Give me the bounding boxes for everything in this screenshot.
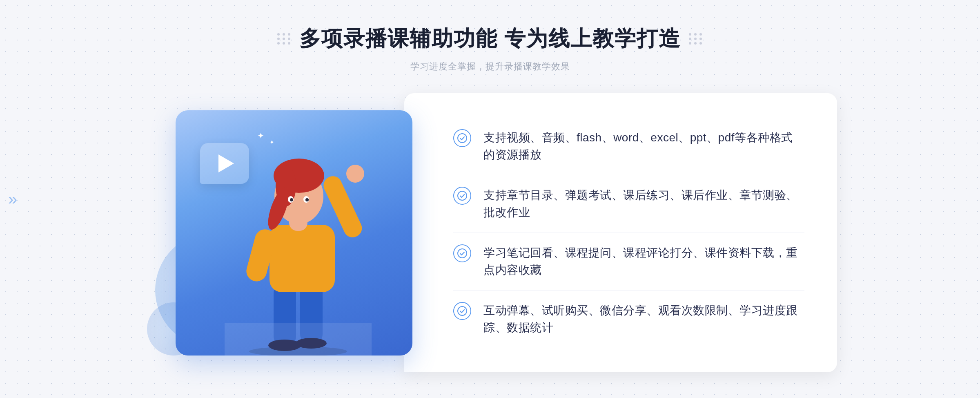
person-svg [225, 143, 372, 356]
left-chevron-decoration: » [8, 190, 17, 208]
feature-item-4: 互动弹幕、试听购买、微信分享、观看次数限制、学习进度跟踪、数据统计 [453, 291, 804, 348]
page-wrapper: » 多项录播课辅助功能 专为线上教学打造 学习进度全 [0, 0, 980, 398]
svg-point-20 [458, 191, 467, 200]
check-icon-1 [453, 129, 471, 147]
feature-item-3: 学习笔记回看、课程提问、课程评论打分、课件资料下载，重点内容收藏 [453, 233, 804, 291]
sparkle-icon-1: ✦ [257, 131, 264, 141]
svg-point-21 [458, 249, 467, 258]
illustration-wrapper: ✦ ✦ [143, 94, 429, 372]
svg-point-8 [346, 165, 364, 183]
right-dots-decoration [689, 33, 703, 45]
feature-text-3: 学习笔记回看、课程提问、课程评论打分、课件资料下载，重点内容收藏 [483, 244, 804, 279]
svg-point-16 [290, 198, 293, 201]
svg-point-22 [458, 306, 467, 315]
page-title: 多项录播课辅助功能 专为线上教学打造 [299, 25, 681, 53]
feature-text-4: 互动弹幕、试听购买、微信分享、观看次数限制、学习进度跟踪、数据统计 [483, 302, 804, 336]
svg-rect-5 [270, 225, 335, 292]
svg-point-19 [458, 134, 467, 143]
feature-item-1: 支持视频、音频、flash、word、excel、ppt、pdf等各种格式的资源… [453, 118, 804, 175]
page-subtitle: 学习进度全掌握，提升录播课教学效果 [410, 60, 570, 73]
svg-rect-18 [225, 323, 372, 356]
header-section: 多项录播课辅助功能 专为线上教学打造 学习进度全掌握，提升录播课教学效果 [0, 25, 980, 73]
title-row: 多项录播课辅助功能 专为线上教学打造 [277, 25, 703, 53]
illustration-card: ✦ ✦ [176, 110, 412, 356]
feature-text-2: 支持章节目录、弹题考试、课后练习、课后作业、章节测验、批改作业 [483, 187, 804, 221]
feature-item-2: 支持章节目录、弹题考试、课后练习、课后作业、章节测验、批改作业 [453, 175, 804, 233]
check-icon-2 [453, 187, 471, 205]
check-icon-4 [453, 302, 471, 320]
content-area: ✦ ✦ [143, 93, 837, 372]
feature-text-1: 支持视频、音频、flash、word、excel、ppt、pdf等各种格式的资源… [483, 129, 804, 163]
features-card: 支持视频、音频、flash、word、excel、ppt、pdf等各种格式的资源… [404, 93, 837, 372]
figure-container [225, 143, 372, 356]
left-dots-decoration [277, 33, 291, 45]
svg-point-17 [305, 198, 309, 201]
check-icon-3 [453, 244, 471, 262]
